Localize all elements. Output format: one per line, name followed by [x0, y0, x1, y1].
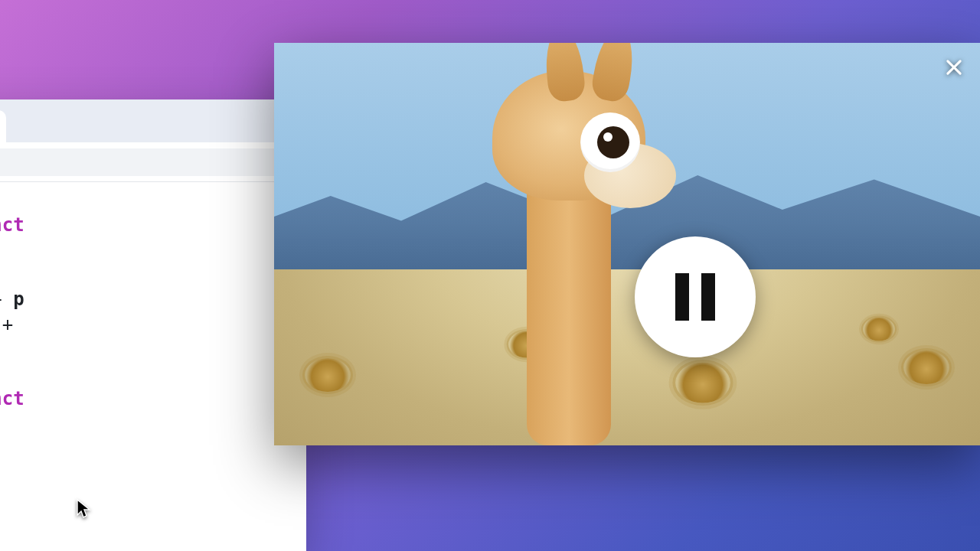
desktop-wallpaper: Picture-in-Picture Sample re-in-picture/… [0, 0, 980, 551]
address-bar: re-in-picture/ [0, 142, 306, 182]
browser-window: Picture-in-Picture Sample re-in-picture/… [0, 99, 306, 551]
page-content-code: erpictureinpicture', funct in-Picture mo… [0, 182, 306, 448]
browser-tab[interactable]: Picture-in-Picture Sample [0, 110, 6, 142]
code-line: icture window height: ' + [0, 314, 13, 335]
video-frame [274, 43, 980, 445]
cursor-icon [77, 499, 92, 519]
code-ident: p [13, 289, 24, 310]
tab-strip: Picture-in-Picture Sample [0, 99, 306, 142]
pause-icon [675, 273, 689, 321]
video-character [450, 63, 649, 445]
pause-button[interactable] [635, 236, 756, 357]
code-keyword: funct [0, 388, 24, 409]
pause-icon [701, 273, 715, 321]
pip-close-button[interactable] [942, 55, 966, 80]
url-field[interactable]: re-in-picture/ [0, 148, 300, 176]
code-line: icture window width: ' + [0, 289, 13, 310]
code-keyword: funct [0, 214, 24, 236]
pip-window[interactable] [274, 43, 980, 445]
